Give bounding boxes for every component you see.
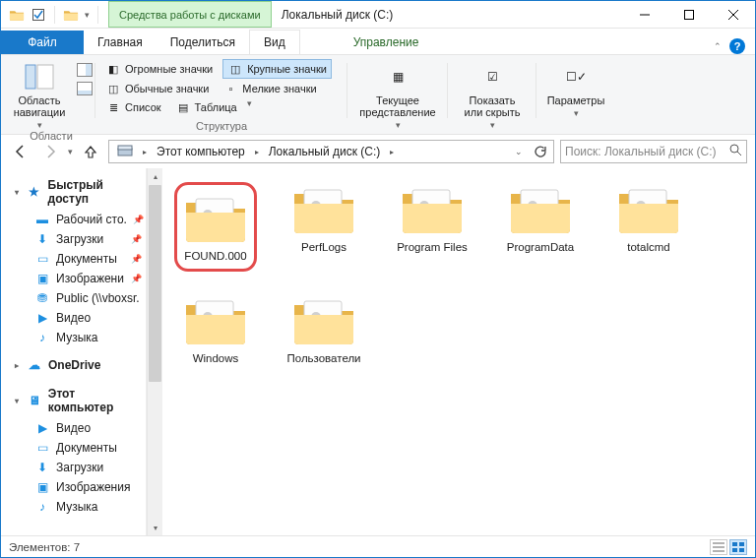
svg-rect-17: [739, 548, 744, 552]
view-details-button[interactable]: [710, 539, 727, 555]
sidebar-item-desktop[interactable]: ▬Рабочий сто.📌: [5, 210, 146, 229]
view-large-icons[interactable]: ◫Крупные значки: [222, 59, 332, 79]
preview-pane-icon[interactable]: [77, 63, 93, 80]
desktop-icon: ▬: [34, 212, 50, 227]
sidebar-item-videos-pc[interactable]: ▶Видео: [5, 418, 146, 438]
refresh-button[interactable]: [530, 141, 551, 162]
svg-rect-16: [732, 548, 737, 552]
folder-item[interactable]: PerfLogs: [283, 182, 365, 272]
sidebar-item-documents-pc[interactable]: ▭Документы: [5, 438, 146, 458]
chevron-right-icon[interactable]: ▸: [386, 148, 398, 156]
sidebar-item-downloads-pc[interactable]: ⬇Загрузки: [5, 458, 146, 477]
view-table[interactable]: ▤Таблица: [171, 98, 241, 116]
folder-icon: [290, 182, 357, 237]
sidebar-item-public[interactable]: ⛃Public (\\vboxsr.: [5, 288, 146, 308]
svg-rect-12: [118, 146, 132, 150]
sidebar-item-pictures-pc[interactable]: ▣Изображения: [5, 477, 146, 497]
view-huge-icons[interactable]: ◧Огромные значки: [101, 59, 217, 79]
forward-button[interactable]: [38, 140, 62, 163]
video-icon: ▶: [34, 310, 50, 326]
star-icon: ★: [27, 184, 42, 200]
folder-icon: [182, 191, 249, 246]
music-icon: ♪: [34, 330, 50, 345]
folder-icon: [63, 7, 79, 23]
chevron-right-icon[interactable]: ▸: [139, 148, 151, 156]
layout-overflow-caret[interactable]: ▾: [247, 98, 256, 116]
folder-item[interactable]: ProgramData: [499, 182, 582, 272]
tab-home[interactable]: Главная: [84, 31, 157, 54]
breadcrumb-this-pc[interactable]: Этот компьютер: [151, 141, 251, 162]
collapse-ribbon-icon[interactable]: ⌃: [714, 41, 722, 51]
breadcrumb-drive[interactable]: Локальный диск (C:): [263, 141, 387, 162]
sidebar-item-documents[interactable]: ▭Документы📌: [5, 249, 146, 269]
sidebar-item-downloads[interactable]: ⬇Загрузки📌: [5, 229, 146, 249]
folder-icon: [9, 7, 25, 23]
maximize-button[interactable]: [666, 1, 711, 29]
folder-label: totalcmd: [627, 241, 669, 254]
sidebar-scrollbar[interactable]: ▴ ▾: [147, 168, 162, 535]
folder-icon: [182, 293, 249, 348]
view-icons-button[interactable]: [729, 539, 747, 555]
search-icon: [729, 144, 742, 159]
breadcrumb[interactable]: ▸ Этот компьютер ▸ Локальный диск (C:) ▸…: [108, 140, 554, 163]
tab-share[interactable]: Поделиться: [157, 31, 249, 54]
navigation-pane: ▾★Быстрый доступ ▬Рабочий сто.📌 ⬇Загрузк…: [1, 168, 147, 535]
options-button[interactable]: ☐✓ Параметры▾: [542, 59, 609, 118]
folder-item[interactable]: Windows: [174, 293, 257, 365]
help-icon[interactable]: ?: [729, 38, 745, 54]
svg-rect-5: [26, 65, 35, 89]
show-hide-icon: ☑: [476, 61, 508, 93]
navigation-pane-icon: [24, 61, 55, 93]
folder-label: ProgramData: [507, 241, 574, 254]
address-history-caret[interactable]: ⌄: [508, 141, 530, 162]
sidebar-onedrive[interactable]: ▸☁OneDrive: [5, 353, 146, 377]
sidebar-item-pictures[interactable]: ▣Изображени📌: [5, 269, 146, 288]
view-medium-icons[interactable]: ◫Обычные значки: [101, 80, 213, 97]
folder-item[interactable]: Пользователи: [283, 293, 365, 365]
up-button[interactable]: [79, 140, 102, 163]
folder-item[interactable]: Program Files: [391, 182, 473, 272]
ribbon: Область навигации ▾ Области ◧Огромные зн…: [1, 54, 755, 135]
folder-label: Windows: [193, 352, 239, 365]
details-pane-icon[interactable]: [77, 82, 93, 98]
current-view-button[interactable]: ▦ Текущее представление▾: [353, 59, 442, 130]
address-bar: ▾ ▸ Этот компьютер ▸ Локальный диск (C:)…: [1, 135, 755, 168]
list-icon: ≣: [105, 99, 121, 115]
show-hide-button[interactable]: ☑ Показать или скрыть▾: [454, 59, 531, 130]
close-button[interactable]: [711, 1, 755, 29]
music-icon: ♪: [34, 499, 50, 515]
scroll-up-icon[interactable]: ▴: [148, 168, 162, 184]
back-button[interactable]: [9, 140, 32, 163]
download-icon: ⬇: [34, 460, 50, 475]
folder-icon: [507, 182, 574, 237]
navigation-pane-button[interactable]: Область навигации ▾: [10, 59, 69, 130]
table-icon: ▤: [175, 99, 191, 115]
scroll-thumb[interactable]: [149, 185, 161, 382]
view-small-icons[interactable]: ▫Мелкие значки: [219, 80, 320, 97]
chevron-right-icon[interactable]: ▸: [251, 148, 263, 156]
sidebar-this-pc[interactable]: ▾🖥Этот компьютер: [5, 383, 146, 418]
tab-manage[interactable]: Управление: [340, 31, 433, 54]
tab-view[interactable]: Вид: [249, 30, 300, 54]
svg-point-13: [730, 145, 738, 153]
history-caret[interactable]: ▾: [68, 147, 73, 156]
file-list[interactable]: FOUND.000PerfLogsProgram FilesProgramDat…: [162, 168, 755, 535]
icons-small-icon: ▫: [222, 81, 238, 96]
title-bar: ▾ Средства работы с дисками Локальный ди…: [1, 1, 755, 29]
scroll-down-icon[interactable]: ▾: [148, 520, 162, 535]
search-input[interactable]: Поиск: Локальный диск (C:): [560, 140, 747, 163]
minimize-button[interactable]: [622, 1, 666, 29]
svg-rect-4: [684, 11, 693, 20]
folder-item[interactable]: totalcmd: [607, 182, 690, 272]
tab-file[interactable]: Файл: [1, 31, 84, 54]
checkbox-icon[interactable]: [31, 7, 46, 23]
sidebar-item-videos[interactable]: ▶Видео: [5, 308, 146, 328]
view-list[interactable]: ≣Список: [101, 98, 165, 116]
sidebar-item-music[interactable]: ♪Музыка: [5, 328, 146, 347]
qat-menu-caret[interactable]: ▾: [85, 10, 90, 20]
sidebar-quick-access[interactable]: ▾★Быстрый доступ: [5, 174, 146, 210]
folder-item[interactable]: FOUND.000: [174, 182, 257, 272]
icons-normal-icon: ◫: [105, 81, 121, 96]
sidebar-item-music-pc[interactable]: ♪Музыка: [5, 497, 146, 517]
status-count: Элементов: 7: [9, 541, 80, 553]
